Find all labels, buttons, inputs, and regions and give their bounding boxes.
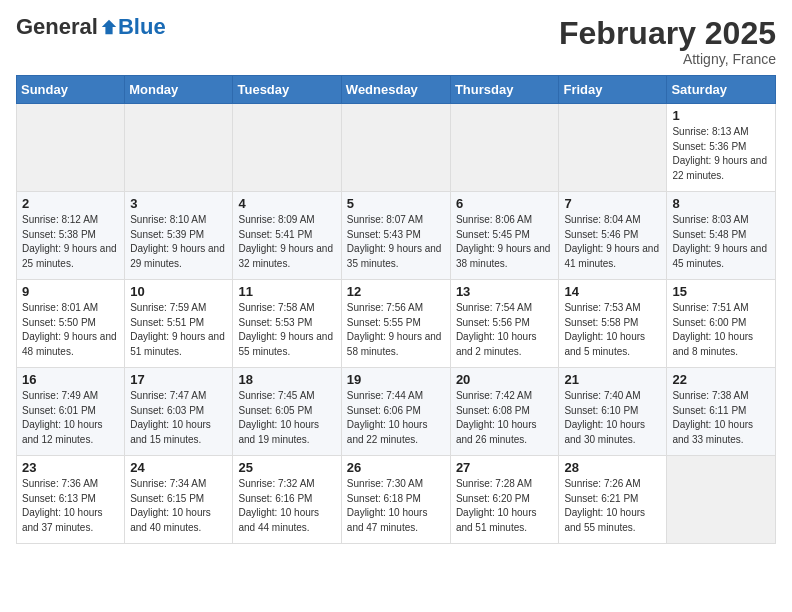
- day-number: 14: [564, 284, 661, 299]
- calendar-table: SundayMondayTuesdayWednesdayThursdayFrid…: [16, 75, 776, 544]
- day-detail: Sunrise: 7:59 AM Sunset: 5:51 PM Dayligh…: [130, 301, 227, 359]
- day-detail: Sunrise: 7:36 AM Sunset: 6:13 PM Dayligh…: [22, 477, 119, 535]
- day-number: 2: [22, 196, 119, 211]
- title-area: February 2025 Attigny, France: [559, 16, 776, 67]
- day-detail: Sunrise: 8:06 AM Sunset: 5:45 PM Dayligh…: [456, 213, 554, 271]
- day-detail: Sunrise: 7:45 AM Sunset: 6:05 PM Dayligh…: [238, 389, 335, 447]
- calendar-cell: 6Sunrise: 8:06 AM Sunset: 5:45 PM Daylig…: [450, 192, 559, 280]
- day-number: 16: [22, 372, 119, 387]
- day-number: 7: [564, 196, 661, 211]
- calendar-cell: 4Sunrise: 8:09 AM Sunset: 5:41 PM Daylig…: [233, 192, 341, 280]
- calendar-cell: 26Sunrise: 7:30 AM Sunset: 6:18 PM Dayli…: [341, 456, 450, 544]
- day-number: 20: [456, 372, 554, 387]
- calendar-cell: 28Sunrise: 7:26 AM Sunset: 6:21 PM Dayli…: [559, 456, 667, 544]
- calendar-cell: [125, 104, 233, 192]
- day-number: 19: [347, 372, 445, 387]
- calendar-cell: 22Sunrise: 7:38 AM Sunset: 6:11 PM Dayli…: [667, 368, 776, 456]
- logo-icon: [100, 18, 118, 36]
- day-detail: Sunrise: 8:12 AM Sunset: 5:38 PM Dayligh…: [22, 213, 119, 271]
- calendar-cell: 2Sunrise: 8:12 AM Sunset: 5:38 PM Daylig…: [17, 192, 125, 280]
- month-title: February 2025: [559, 16, 776, 51]
- day-number: 24: [130, 460, 227, 475]
- calendar-cell: 23Sunrise: 7:36 AM Sunset: 6:13 PM Dayli…: [17, 456, 125, 544]
- calendar-cell: 27Sunrise: 7:28 AM Sunset: 6:20 PM Dayli…: [450, 456, 559, 544]
- calendar-cell: 20Sunrise: 7:42 AM Sunset: 6:08 PM Dayli…: [450, 368, 559, 456]
- day-number: 23: [22, 460, 119, 475]
- day-number: 10: [130, 284, 227, 299]
- week-row-4: 16Sunrise: 7:49 AM Sunset: 6:01 PM Dayli…: [17, 368, 776, 456]
- calendar-cell: 13Sunrise: 7:54 AM Sunset: 5:56 PM Dayli…: [450, 280, 559, 368]
- calendar-cell: [17, 104, 125, 192]
- week-row-3: 9Sunrise: 8:01 AM Sunset: 5:50 PM Daylig…: [17, 280, 776, 368]
- day-detail: Sunrise: 7:40 AM Sunset: 6:10 PM Dayligh…: [564, 389, 661, 447]
- day-detail: Sunrise: 7:38 AM Sunset: 6:11 PM Dayligh…: [672, 389, 770, 447]
- day-number: 25: [238, 460, 335, 475]
- day-number: 6: [456, 196, 554, 211]
- calendar-cell: [341, 104, 450, 192]
- day-detail: Sunrise: 7:44 AM Sunset: 6:06 PM Dayligh…: [347, 389, 445, 447]
- day-number: 5: [347, 196, 445, 211]
- day-number: 28: [564, 460, 661, 475]
- day-detail: Sunrise: 7:30 AM Sunset: 6:18 PM Dayligh…: [347, 477, 445, 535]
- day-detail: Sunrise: 7:47 AM Sunset: 6:03 PM Dayligh…: [130, 389, 227, 447]
- calendar-cell: 11Sunrise: 7:58 AM Sunset: 5:53 PM Dayli…: [233, 280, 341, 368]
- day-detail: Sunrise: 7:58 AM Sunset: 5:53 PM Dayligh…: [238, 301, 335, 359]
- weekday-header-tuesday: Tuesday: [233, 76, 341, 104]
- day-number: 11: [238, 284, 335, 299]
- logo-general-text: General: [16, 16, 98, 38]
- day-detail: Sunrise: 7:49 AM Sunset: 6:01 PM Dayligh…: [22, 389, 119, 447]
- day-number: 27: [456, 460, 554, 475]
- day-detail: Sunrise: 8:13 AM Sunset: 5:36 PM Dayligh…: [672, 125, 770, 183]
- calendar-cell: 17Sunrise: 7:47 AM Sunset: 6:03 PM Dayli…: [125, 368, 233, 456]
- day-number: 18: [238, 372, 335, 387]
- calendar-cell: 9Sunrise: 8:01 AM Sunset: 5:50 PM Daylig…: [17, 280, 125, 368]
- day-detail: Sunrise: 8:09 AM Sunset: 5:41 PM Dayligh…: [238, 213, 335, 271]
- day-detail: Sunrise: 8:01 AM Sunset: 5:50 PM Dayligh…: [22, 301, 119, 359]
- calendar-cell: 7Sunrise: 8:04 AM Sunset: 5:46 PM Daylig…: [559, 192, 667, 280]
- calendar-cell: 15Sunrise: 7:51 AM Sunset: 6:00 PM Dayli…: [667, 280, 776, 368]
- day-detail: Sunrise: 7:34 AM Sunset: 6:15 PM Dayligh…: [130, 477, 227, 535]
- week-row-2: 2Sunrise: 8:12 AM Sunset: 5:38 PM Daylig…: [17, 192, 776, 280]
- week-row-5: 23Sunrise: 7:36 AM Sunset: 6:13 PM Dayli…: [17, 456, 776, 544]
- day-number: 26: [347, 460, 445, 475]
- day-detail: Sunrise: 7:53 AM Sunset: 5:58 PM Dayligh…: [564, 301, 661, 359]
- day-detail: Sunrise: 7:32 AM Sunset: 6:16 PM Dayligh…: [238, 477, 335, 535]
- calendar-cell: 14Sunrise: 7:53 AM Sunset: 5:58 PM Dayli…: [559, 280, 667, 368]
- day-number: 3: [130, 196, 227, 211]
- calendar-cell: [233, 104, 341, 192]
- day-number: 1: [672, 108, 770, 123]
- calendar-cell: 18Sunrise: 7:45 AM Sunset: 6:05 PM Dayli…: [233, 368, 341, 456]
- calendar-cell: 24Sunrise: 7:34 AM Sunset: 6:15 PM Dayli…: [125, 456, 233, 544]
- weekday-header-friday: Friday: [559, 76, 667, 104]
- day-number: 22: [672, 372, 770, 387]
- day-number: 21: [564, 372, 661, 387]
- day-number: 13: [456, 284, 554, 299]
- week-row-1: 1Sunrise: 8:13 AM Sunset: 5:36 PM Daylig…: [17, 104, 776, 192]
- svg-marker-0: [102, 20, 116, 34]
- calendar-cell: 25Sunrise: 7:32 AM Sunset: 6:16 PM Dayli…: [233, 456, 341, 544]
- weekday-header-thursday: Thursday: [450, 76, 559, 104]
- day-number: 15: [672, 284, 770, 299]
- day-number: 12: [347, 284, 445, 299]
- day-detail: Sunrise: 8:10 AM Sunset: 5:39 PM Dayligh…: [130, 213, 227, 271]
- calendar-cell: 1Sunrise: 8:13 AM Sunset: 5:36 PM Daylig…: [667, 104, 776, 192]
- day-detail: Sunrise: 7:26 AM Sunset: 6:21 PM Dayligh…: [564, 477, 661, 535]
- day-detail: Sunrise: 8:03 AM Sunset: 5:48 PM Dayligh…: [672, 213, 770, 271]
- calendar-cell: 16Sunrise: 7:49 AM Sunset: 6:01 PM Dayli…: [17, 368, 125, 456]
- day-detail: Sunrise: 7:56 AM Sunset: 5:55 PM Dayligh…: [347, 301, 445, 359]
- calendar-cell: 12Sunrise: 7:56 AM Sunset: 5:55 PM Dayli…: [341, 280, 450, 368]
- weekday-header-saturday: Saturday: [667, 76, 776, 104]
- day-number: 9: [22, 284, 119, 299]
- logo-blue-text: Blue: [118, 16, 166, 38]
- calendar-cell: 3Sunrise: 8:10 AM Sunset: 5:39 PM Daylig…: [125, 192, 233, 280]
- day-detail: Sunrise: 7:28 AM Sunset: 6:20 PM Dayligh…: [456, 477, 554, 535]
- calendar-cell: [559, 104, 667, 192]
- day-detail: Sunrise: 8:04 AM Sunset: 5:46 PM Dayligh…: [564, 213, 661, 271]
- day-detail: Sunrise: 7:54 AM Sunset: 5:56 PM Dayligh…: [456, 301, 554, 359]
- calendar-cell: [450, 104, 559, 192]
- day-number: 17: [130, 372, 227, 387]
- logo: General Blue: [16, 16, 166, 38]
- day-detail: Sunrise: 7:51 AM Sunset: 6:00 PM Dayligh…: [672, 301, 770, 359]
- day-number: 8: [672, 196, 770, 211]
- weekday-header-sunday: Sunday: [17, 76, 125, 104]
